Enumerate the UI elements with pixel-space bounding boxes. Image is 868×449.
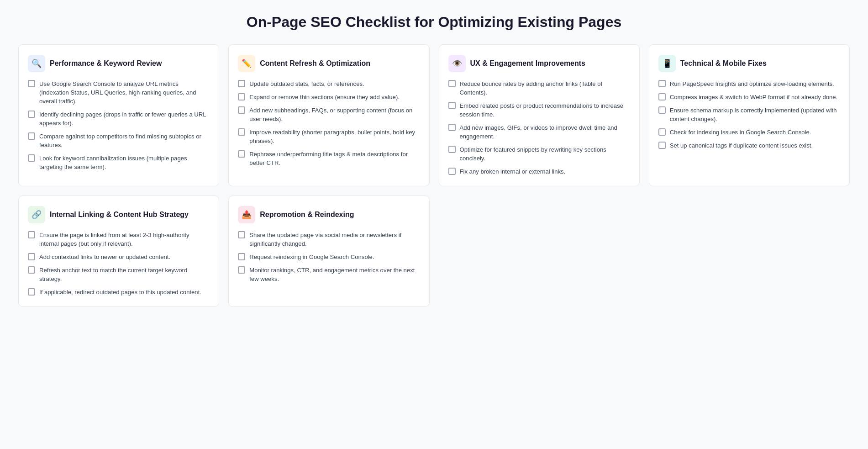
checkbox[interactable] [448, 102, 456, 109]
checkbox[interactable] [238, 80, 245, 87]
list-item: Share the updated page via social media … [238, 231, 420, 248]
list-item-text: Use Google Search Console to analyze URL… [39, 79, 210, 106]
list-item-text: Update outdated stats, facts, or referen… [249, 79, 364, 88]
checkbox[interactable] [28, 132, 35, 140]
checkbox[interactable] [28, 266, 35, 274]
list-item-text: Monitor rankings, CTR, and engagement me… [249, 266, 420, 283]
list-item: Add new subheadings, FAQs, or supporting… [238, 106, 420, 123]
list-item: Identify declining pages (drops in traff… [28, 110, 210, 127]
checklist-repromotion: Share the updated page via social media … [238, 231, 420, 283]
list-item: Improve readability (shorter paragraphs,… [238, 128, 420, 145]
list-item-text: Look for keyword cannibalization issues … [39, 154, 210, 171]
list-item-text: Rephrase underperforming title tags & me… [249, 150, 420, 167]
list-item-text: Set up canonical tags if duplicate conte… [670, 141, 813, 150]
checkbox[interactable] [658, 106, 666, 114]
checkbox[interactable] [238, 128, 245, 136]
checkbox[interactable] [658, 93, 666, 100]
checkbox[interactable] [28, 288, 35, 296]
checkbox[interactable] [238, 231, 245, 238]
list-item: Compare against top competitors to find … [28, 132, 210, 149]
list-item-text: If applicable, redirect outdated pages t… [39, 288, 201, 296]
checkbox[interactable] [238, 150, 245, 158]
checklist-performance: Use Google Search Console to analyze URL… [28, 79, 210, 171]
list-item-text: Share the updated page via social media … [249, 231, 420, 248]
card-content-refresh: ✏️Content Refresh & OptimizationUpdate o… [228, 44, 429, 186]
list-item-text: Ensure schema markup is correctly implem… [670, 106, 840, 123]
page-title: On-Page SEO Checklist for Optimizing Exi… [18, 14, 850, 31]
list-item-text: Expand or remove thin sections (ensure t… [249, 93, 400, 101]
card-header-content-refresh: ✏️Content Refresh & Optimization [238, 55, 420, 72]
list-item-text: Add new subheadings, FAQs, or supporting… [249, 106, 420, 123]
list-item: Expand or remove thin sections (ensure t… [238, 93, 420, 101]
list-item-text: Refresh anchor text to match the current… [39, 266, 210, 283]
list-item: Monitor rankings, CTR, and engagement me… [238, 266, 420, 283]
checkbox[interactable] [448, 80, 456, 87]
card-header-ux-engagement: 👁️UX & Engagement Improvements [448, 55, 630, 72]
checkbox[interactable] [28, 154, 35, 162]
checkbox[interactable] [448, 146, 456, 153]
checkbox[interactable] [238, 253, 245, 260]
card-header-performance: 🔍Performance & Keyword Review [28, 55, 210, 72]
list-item-text: Add contextual links to newer or updated… [39, 253, 170, 261]
list-item: Add new images, GIFs, or videos to impro… [448, 123, 630, 141]
list-item-text: Ensure the page is linked from at least … [39, 231, 210, 248]
checkbox[interactable] [448, 124, 456, 131]
checkbox[interactable] [238, 93, 245, 100]
card-internal-linking: 🔗Internal Linking & Content Hub Strategy… [18, 195, 219, 307]
checkbox[interactable] [658, 128, 666, 136]
card-icon-internal-linking: 🔗 [28, 206, 45, 223]
checkbox[interactable] [448, 168, 456, 175]
list-item: Compress images & switch to WebP format … [658, 93, 840, 101]
card-header-technical-mobile: 📱Technical & Mobile Fixes [658, 55, 840, 72]
list-item: Set up canonical tags if duplicate conte… [658, 141, 840, 150]
list-item-text: Improve readability (shorter paragraphs,… [249, 128, 420, 145]
checklist-ux-engagement: Reduce bounce rates by adding anchor lin… [448, 79, 630, 176]
card-title-content-refresh: Content Refresh & Optimization [260, 59, 370, 69]
list-item: Look for keyword cannibalization issues … [28, 154, 210, 171]
card-icon-ux-engagement: 👁️ [448, 55, 466, 72]
checkbox[interactable] [28, 231, 35, 238]
card-header-internal-linking: 🔗Internal Linking & Content Hub Strategy [28, 206, 210, 223]
list-item: Run PageSpeed Insights and optimize slow… [658, 79, 840, 88]
list-item-text: Run PageSpeed Insights and optimize slow… [670, 79, 834, 88]
card-title-ux-engagement: UX & Engagement Improvements [470, 59, 586, 69]
list-item-text: Compress images & switch to WebP format … [670, 93, 837, 101]
list-item: Optimize for featured snippets by rewrit… [448, 145, 630, 163]
list-item: Request reindexing in Google Search Cons… [238, 253, 420, 261]
card-ux-engagement: 👁️UX & Engagement ImprovementsReduce bou… [439, 44, 640, 186]
list-item-text: Compare against top competitors to find … [39, 132, 210, 149]
list-item-text: Check for indexing issues in Google Sear… [670, 128, 811, 137]
list-item-text: Embed related posts or product recommend… [460, 101, 630, 119]
list-item: Update outdated stats, facts, or referen… [238, 79, 420, 88]
checkbox[interactable] [658, 80, 666, 87]
list-item-text: Reduce bounce rates by adding anchor lin… [460, 79, 630, 97]
list-item: Refresh anchor text to match the current… [28, 266, 210, 283]
list-item: Use Google Search Console to analyze URL… [28, 79, 210, 106]
checkbox[interactable] [28, 80, 35, 87]
card-icon-performance: 🔍 [28, 55, 45, 72]
checkbox[interactable] [658, 142, 666, 149]
list-item: Rephrase underperforming title tags & me… [238, 150, 420, 167]
checkbox[interactable] [28, 111, 35, 118]
card-icon-repromotion: 📤 [238, 206, 255, 223]
checkbox[interactable] [238, 106, 245, 114]
list-item: Add contextual links to newer or updated… [28, 253, 210, 261]
list-item: Reduce bounce rates by adding anchor lin… [448, 79, 630, 97]
list-item: Embed related posts or product recommend… [448, 101, 630, 119]
card-icon-content-refresh: ✏️ [238, 55, 255, 72]
card-title-performance: Performance & Keyword Review [50, 59, 162, 69]
checklist-technical-mobile: Run PageSpeed Insights and optimize slow… [658, 79, 840, 150]
card-title-internal-linking: Internal Linking & Content Hub Strategy [50, 210, 189, 220]
checkbox[interactable] [28, 253, 35, 260]
list-item: Check for indexing issues in Google Sear… [658, 128, 840, 137]
list-item: If applicable, redirect outdated pages t… [28, 288, 210, 296]
card-title-repromotion: Repromotion & Reindexing [260, 210, 354, 220]
card-performance: 🔍Performance & Keyword ReviewUse Google … [18, 44, 219, 186]
checklist-internal-linking: Ensure the page is linked from at least … [28, 231, 210, 296]
list-item: Fix any broken internal or external link… [448, 167, 630, 176]
card-technical-mobile: 📱Technical & Mobile FixesRun PageSpeed I… [649, 44, 850, 186]
checklist-content-refresh: Update outdated stats, facts, or referen… [238, 79, 420, 167]
card-header-repromotion: 📤Repromotion & Reindexing [238, 206, 420, 223]
list-item: Ensure schema markup is correctly implem… [658, 106, 840, 123]
checkbox[interactable] [238, 266, 245, 274]
